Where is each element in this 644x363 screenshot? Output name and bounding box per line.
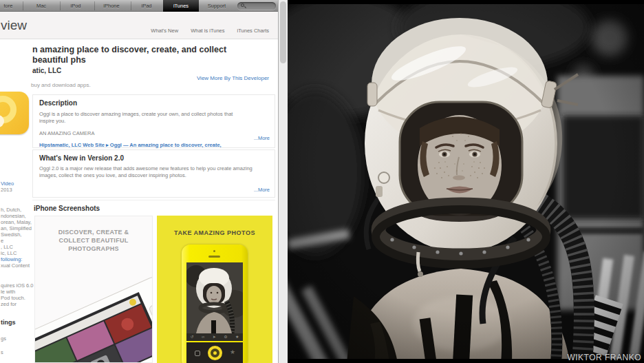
sidebar-requirements-fragment: zed for [1, 301, 17, 307]
sidebar-updated-fragment: 2013 [1, 187, 12, 193]
description-section: Description Oggl is a place to discover … [32, 94, 275, 148]
sidebar-seller-fragment: , LLC [1, 244, 13, 250]
developer-name-fragment: atic, LLC [32, 67, 61, 74]
yellow-iphone-illustration: ↺ ∞ ➤ ⚙ ★ ★ [182, 245, 248, 363]
nav-tab-mac[interactable]: Mac [26, 0, 56, 12]
sidebar-languages-fragment: an, Simplified [1, 225, 32, 231]
sidebar-languages-fragment: h, Dutch, [1, 207, 21, 213]
sidebar-languages-fragment: orean, Malay, [1, 219, 32, 225]
undo-icon: ↺ [191, 333, 194, 341]
nav-tab-store[interactable]: tore [0, 0, 22, 12]
nav-separator [23, 1, 23, 10]
mini-app-bottom-bar: ★ [186, 342, 243, 363]
white-card-caption-line: PHOTOGRAPHS [35, 245, 152, 253]
apple-nav-bar: tore Mac iPod iPhone iPad iTunes Support [0, 0, 278, 12]
whats-new-section: What's New in Version 2.0 Oggl 2.0 is a … [32, 149, 275, 198]
shutter-button-icon [208, 346, 222, 360]
mini-photo-screen [186, 262, 243, 333]
screenshot-root: tore Mac iPod iPhone iPad iTunes Support… [0, 0, 644, 363]
description-heading: Description [39, 99, 268, 107]
whats-new-more-link[interactable]: ...More [254, 187, 270, 193]
sidebar-languages-fragment: e [1, 238, 3, 244]
view-more-by-developer-link[interactable]: View More By This Developer [197, 75, 269, 81]
photo-credit: WIKTOR FRANKO [567, 353, 641, 362]
nav-tab-itunes[interactable]: iTunes [163, 0, 199, 12]
scrollbar-thumb[interactable] [280, 1, 286, 63]
sidebar-requirements-fragment: quires iOS 6.0 [1, 282, 34, 289]
yellow-card-caption: TAKE AMAZING PHOTOS [157, 229, 272, 236]
white-card-caption-line: COLLECT BEAUTIFUL [35, 236, 152, 245]
nav-tab-ipad[interactable]: iPad [131, 0, 162, 12]
open-itunes-hint-fragment: buy and download apps. [31, 82, 91, 88]
screenshot-white-card[interactable]: DISCOVER, CREATE & COLLECT BEAUTIFUL PHO… [34, 216, 153, 363]
gear-icon: ⚙ [224, 333, 227, 341]
white-card-caption-line: DISCOVER, CREATE & [35, 228, 152, 236]
section-divider [32, 200, 275, 200]
photo-illustration [288, 0, 644, 363]
main-content-column: n amazing place to discover, create, and… [32, 39, 276, 363]
sidebar-category-link-fragment[interactable]: Video [1, 180, 14, 187]
sidebar-requirements-fragment: Pod touch. [1, 295, 25, 301]
mini-app-toolbar: ↺ ∞ ➤ ⚙ ★ [186, 333, 243, 341]
sidebar-copyright-fragment: ic, LLC [1, 250, 17, 256]
speaker-slit [208, 256, 220, 258]
link-whats-new[interactable]: What's New [151, 28, 178, 34]
header-links: What's New What is iTunes iTunes Charts [140, 28, 269, 34]
page-header: view What's New What is iTunes iTunes Ch… [0, 12, 278, 39]
nav-tab-iphone[interactable]: iPhone [95, 0, 128, 12]
tilted-iphones-illustration [35, 255, 153, 363]
whats-new-body: Oggl 2.0 is a major new release that add… [39, 165, 266, 179]
sidebar-rating-link-fragment[interactable]: following: [1, 256, 22, 262]
link-what-is-itunes[interactable]: What is iTunes [191, 28, 224, 34]
sidebar-requirements-fragment: le with [1, 289, 15, 295]
whats-new-heading: What's New in Version 2.0 [39, 154, 268, 162]
search-input[interactable] [237, 2, 276, 10]
itunes-preview-page: tore Mac iPod iPhone iPad iTunes Support… [0, 0, 278, 363]
frames-icon [195, 351, 200, 356]
page-title-fragment: view [1, 18, 27, 33]
description-body: Oggl is a place to discover amazing imag… [39, 111, 246, 125]
nav-tab-support[interactable]: Support [200, 0, 233, 12]
link-itunes-charts[interactable]: iTunes Charts [237, 28, 269, 34]
sidebar-languages-fragment: Swedish, [1, 231, 21, 238]
search-icon [241, 3, 244, 7]
screenshot-yellow-card[interactable]: TAKE AMAZING PHOTOS [157, 216, 272, 363]
loop-icon: ∞ [202, 333, 204, 341]
star-icon: ★ [235, 333, 239, 341]
sidebar-ratings-fragment: s [1, 349, 3, 355]
sidebar-rating-fragment: xual Content [1, 262, 30, 269]
nav-tab-ipod[interactable]: iPod [61, 0, 91, 12]
description-caps-line: AN AMAZING CAMERA [39, 130, 268, 136]
developer-website-link[interactable]: Hipstamatic, LLC Web Site ▸ [39, 142, 109, 148]
iphone-screenshots-heading: iPhone Screenshots [34, 205, 100, 212]
browser-scrollbar[interactable] [278, 0, 288, 363]
sidebar-languages-fragment: ndonesian, [1, 213, 26, 219]
share-icon: ➤ [213, 333, 216, 341]
camera-dot [213, 250, 215, 252]
oggl-app-icon [0, 92, 29, 134]
description-more-link[interactable]: ...More [254, 135, 270, 141]
sidebar-ratings-heading-fragment: tings [1, 319, 16, 326]
app-title-fragment: n amazing place to discover, create, and… [32, 45, 239, 65]
sidebar-ratings-fragment: gs [1, 335, 6, 342]
favorite-star-icon: ★ [230, 349, 235, 355]
astronaut-girl-photo: WIKTOR FRANKO [288, 0, 644, 363]
